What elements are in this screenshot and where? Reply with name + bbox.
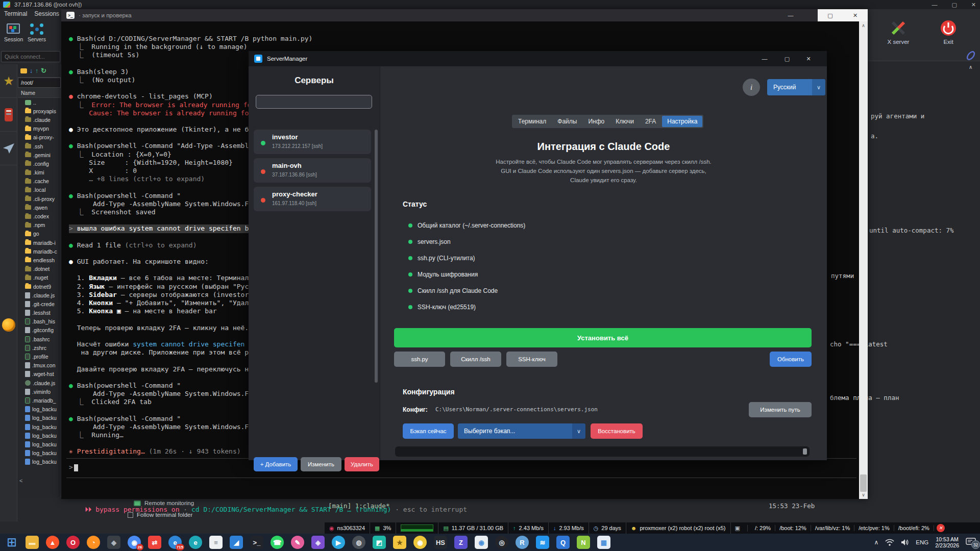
terminal-maximize-icon[interactable]: ▢ (818, 9, 843, 21)
taskbar-icon[interactable]: Q (556, 536, 570, 549)
file-row[interactable]: mariadb-c (18, 247, 61, 256)
taskbar-icon[interactable]: ◆ (107, 536, 120, 549)
file-row[interactable]: .claude.js (18, 291, 61, 299)
taskbar-icon[interactable]: ▲ (46, 536, 59, 549)
taskbar-icon[interactable]: HS (434, 536, 447, 549)
paperclip-icon[interactable] (966, 50, 976, 61)
restore-button[interactable]: Восстановить (591, 423, 643, 439)
file-row[interactable]: .gemini (18, 151, 61, 159)
menu-item[interactable]: Terminal (4, 10, 27, 17)
file-row[interactable]: .kimi (18, 168, 61, 177)
file-row[interactable]: .npm (18, 221, 61, 230)
file-row[interactable]: .claude.js (18, 379, 61, 387)
file-row[interactable]: .profile (18, 352, 61, 361)
taskbar-icon[interactable]: ◈ (311, 536, 325, 549)
keyboard-language[interactable]: ENG (916, 539, 928, 545)
speaker-icon[interactable] (901, 539, 909, 546)
taskbar-icon[interactable]: N (577, 536, 590, 549)
install-all-button[interactable]: Установить всё (394, 328, 812, 347)
file-row[interactable]: .wget-hst (18, 370, 61, 379)
taskbar-icon[interactable]: ◎ (495, 536, 508, 549)
file-row[interactable]: log_backu (18, 414, 61, 422)
file-row[interactable]: .zshrc (18, 343, 61, 352)
terminal-scrollbar[interactable]: ∧ ∨ (859, 21, 868, 499)
refresh-button[interactable]: Обновить (770, 352, 812, 367)
info-button[interactable]: i (743, 79, 760, 96)
file-row[interactable]: ai-proxy- (18, 133, 61, 142)
backup-select-dropdown[interactable]: Выберите бэкап... ∨ (458, 423, 585, 439)
file-row[interactable]: .codex (18, 212, 61, 220)
taskbar-icon[interactable]: O (66, 536, 80, 549)
scrollbar-thumb[interactable] (860, 474, 867, 492)
file-row[interactable]: log_backu (18, 458, 61, 466)
scroll-down-icon[interactable]: ∨ (859, 491, 868, 499)
file-row[interactable]: .mariadb_ (18, 396, 61, 405)
tab[interactable]: Инфо (583, 116, 609, 127)
file-row[interactable]: .bash_his (18, 317, 61, 326)
taskbar-icon[interactable]: ◔ (87, 536, 100, 549)
server-card[interactable]: investor 173.212.212.157 [ssh] (254, 130, 371, 154)
taskbar-icon[interactable]: ◢ (230, 536, 243, 549)
file-row[interactable]: endlessh (18, 256, 61, 264)
tab[interactable]: 2FA (640, 116, 661, 127)
maximize-icon[interactable]: ▢ (951, 2, 957, 8)
taskbar-icon[interactable]: R (516, 536, 529, 549)
tray-chevron-up-icon[interactable]: ∧ (874, 539, 879, 546)
current-path[interactable]: /root/ (18, 78, 61, 88)
file-row[interactable]: log_backu (18, 449, 61, 458)
tools-knife-icon[interactable] (0, 98, 17, 132)
taskbar-icon[interactable]: ✎ (291, 536, 304, 549)
file-row[interactable]: .. (18, 98, 61, 107)
scroll-up-icon[interactable]: ∧ (859, 21, 868, 30)
file-row[interactable]: .claude (18, 115, 61, 124)
taskbar-icon[interactable]: ◉ (413, 536, 427, 549)
exit-button[interactable]: Exit (938, 19, 959, 45)
delete-server-button[interactable]: Удалить (345, 457, 379, 471)
component-install-button[interactable]: SSH-ключ (506, 352, 557, 367)
tray-clock[interactable]: 10:53 AM 2/23/2026 (935, 536, 959, 548)
sm-close-icon[interactable]: ✕ (797, 51, 820, 66)
notification-center-button[interactable]: 32 (966, 538, 977, 547)
add-server-button[interactable]: + Добавить (254, 457, 298, 471)
file-row[interactable]: .nuget (18, 273, 61, 282)
backup-now-button[interactable]: Бэкап сейчас (403, 423, 454, 439)
minimize-icon[interactable]: — (932, 2, 937, 8)
server-card[interactable]: main-ovh 37.187.136.86 [ssh] (254, 158, 371, 183)
terminal-titlebar[interactable]: >_ · запуск и проверка — ▢ ✕ (61, 9, 868, 21)
monitoring-close-button[interactable]: ✕ (934, 522, 947, 534)
file-row[interactable]: .cli-proxy (18, 194, 61, 203)
language-dropdown[interactable]: Русский ∨ (767, 79, 825, 95)
toolbar-session-button[interactable]: Session (4, 23, 22, 42)
toolbar-servers-button[interactable]: Servers (27, 23, 47, 42)
component-install-button[interactable]: ssh.py (394, 352, 445, 367)
file-row[interactable]: log_backu (18, 405, 61, 414)
quick-connect-input[interactable] (1, 51, 60, 62)
folder-up-icon[interactable] (20, 68, 27, 73)
file-row[interactable]: mariadb-i (18, 238, 61, 247)
taskbar-icon[interactable]: Z (454, 536, 468, 549)
favorites-star-icon[interactable]: ★ (0, 64, 17, 98)
file-row[interactable]: .config (18, 159, 61, 168)
server-manager-titlebar[interactable]: ServerManager (249, 51, 827, 66)
tab[interactable]: Терминал (513, 116, 551, 127)
taskbar-icon[interactable]: ☎ (271, 536, 284, 549)
edit-server-button[interactable]: Изменить (301, 457, 341, 471)
taskbar-icon[interactable]: ≡ (209, 536, 223, 549)
change-path-button[interactable]: Изменить путь (749, 402, 812, 417)
file-row[interactable]: .dotnet (18, 265, 61, 273)
taskbar-icon[interactable]: ★ (393, 536, 406, 549)
file-row[interactable]: .tmux.con (18, 361, 61, 370)
component-install-button[interactable]: Скилл /ssh (450, 352, 501, 367)
scroll-left-button[interactable]: < (19, 478, 22, 484)
tab[interactable]: Ключи (610, 116, 639, 127)
name-column-header[interactable]: Name (18, 88, 61, 98)
server-search-input[interactable] (256, 95, 372, 109)
sm-minimize-icon[interactable]: — (753, 51, 776, 66)
refresh-icon[interactable]: ↻ (41, 67, 46, 74)
terminal-close-icon[interactable]: ✕ (843, 9, 868, 21)
file-row[interactable]: .cache (18, 177, 61, 186)
taskbar-icon[interactable]: ◉ 26 (128, 536, 141, 549)
file-row[interactable]: .ssh (18, 142, 61, 151)
taskbar-icon[interactable]: ⊞ (5, 536, 18, 549)
x-server-button[interactable]: X server (887, 19, 910, 45)
